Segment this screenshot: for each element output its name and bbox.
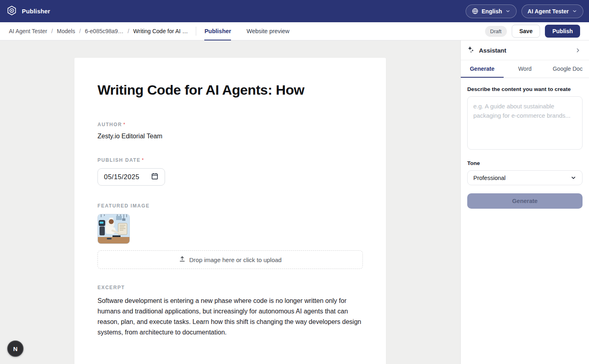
dropzone-text: Drop image here or click to upload [189, 256, 282, 263]
language-selector[interactable]: English [466, 4, 517, 18]
breadcrumb: AI Agent Tester / Models / 6-e085c98a9… … [9, 28, 188, 34]
assistant-title: Assistant [479, 47, 506, 54]
chevron-down-icon [570, 175, 576, 181]
generate-panel: Describe the content you want to create … [461, 78, 589, 217]
prompt-label: Describe the content you want to create [467, 86, 583, 92]
tab-publisher[interactable]: Publisher [204, 22, 231, 40]
breadcrumb-separator: / [127, 28, 129, 34]
featured-image-label: FEATURED IMAGE [97, 203, 150, 209]
chevron-down-icon [572, 8, 577, 14]
article-card: Writing Code for AI Agents: How AUTHOR* … [74, 58, 386, 364]
publish-date-value: 05/15/2025 [104, 173, 140, 181]
author-field: AUTHOR* Zesty.io Editorial Team [97, 121, 363, 140]
tone-value: Professional [473, 175, 506, 181]
publisher-logo-icon [6, 5, 17, 17]
author-label: AUTHOR [97, 122, 122, 127]
view-tabs: Publisher Website preview [204, 22, 289, 40]
article-title-field[interactable]: Writing Code for AI Agents: How [97, 82, 363, 98]
prompt-textarea[interactable] [467, 96, 583, 150]
app-logo[interactable]: Publisher [6, 5, 50, 17]
tone-select[interactable]: Professional [467, 170, 583, 185]
generate-button[interactable]: Generate [467, 193, 583, 209]
assistant-tabs: Generate Word Google Doc [461, 60, 589, 78]
globe-icon [472, 8, 479, 15]
app-name: Publisher [22, 8, 50, 15]
tab-word[interactable]: Word [504, 60, 547, 78]
status-badge: Draft [485, 26, 507, 37]
top-navbar: Publisher English AI Agent Tester [0, 0, 589, 22]
excerpt-value[interactable]: Software development is entering a new p… [97, 296, 363, 338]
language-label: English [482, 8, 502, 15]
account-label: AI Agent Tester [528, 8, 569, 15]
tone-label: Tone [467, 160, 583, 166]
breadcrumb-item-current: Writing Code for AI … [133, 28, 188, 34]
breadcrumb-bar: AI Agent Tester / Models / 6-e085c98a9… … [0, 22, 589, 40]
publish-date-label: PUBLISH DATE [97, 157, 141, 163]
assistant-header: Assistant [461, 40, 589, 60]
calendar-icon[interactable] [151, 172, 159, 182]
sparkles-icon [467, 46, 475, 55]
required-marker: * [123, 122, 125, 127]
breadcrumb-item-models[interactable]: Models [57, 28, 75, 34]
excerpt-label: EXCERPT [97, 285, 125, 290]
featured-image-thumbnail[interactable] [97, 214, 130, 244]
account-menu[interactable]: AI Agent Tester [521, 4, 583, 18]
chevron-down-icon [505, 8, 511, 14]
excerpt-field: EXCERPT Software development is entering… [97, 284, 363, 338]
image-dropzone[interactable]: Drop image here or click to upload [97, 250, 363, 269]
breadcrumb-item-account[interactable]: AI Agent Tester [9, 28, 47, 34]
featured-image-field: FEATURED IMAGE [97, 202, 363, 269]
publish-date-input[interactable]: 05/15/2025 [97, 168, 165, 186]
breadcrumb-separator: / [51, 28, 53, 34]
tab-website-preview[interactable]: Website preview [246, 22, 289, 40]
publish-date-field: PUBLISH DATE* 05/15/2025 [97, 156, 363, 186]
tab-generate[interactable]: Generate [461, 60, 504, 78]
breadcrumb-separator: / [79, 28, 81, 34]
content-area: Writing Code for AI Agents: How AUTHOR* … [0, 40, 460, 364]
tab-google-doc[interactable]: Google Doc [546, 60, 589, 78]
author-value[interactable]: Zesty.io Editorial Team [97, 133, 363, 140]
collapse-panel-button[interactable] [573, 46, 583, 55]
user-avatar[interactable]: N [7, 341, 23, 357]
required-marker: * [142, 157, 144, 163]
upload-icon [179, 256, 186, 264]
publish-button[interactable]: Publish [545, 25, 580, 38]
vertical-divider [196, 27, 196, 36]
assistant-sidebar: Assistant Generate Word Google Doc Descr… [460, 40, 589, 364]
save-button[interactable]: Save [512, 25, 540, 38]
breadcrumb-item-model-id[interactable]: 6-e085c98a9… [85, 28, 124, 34]
